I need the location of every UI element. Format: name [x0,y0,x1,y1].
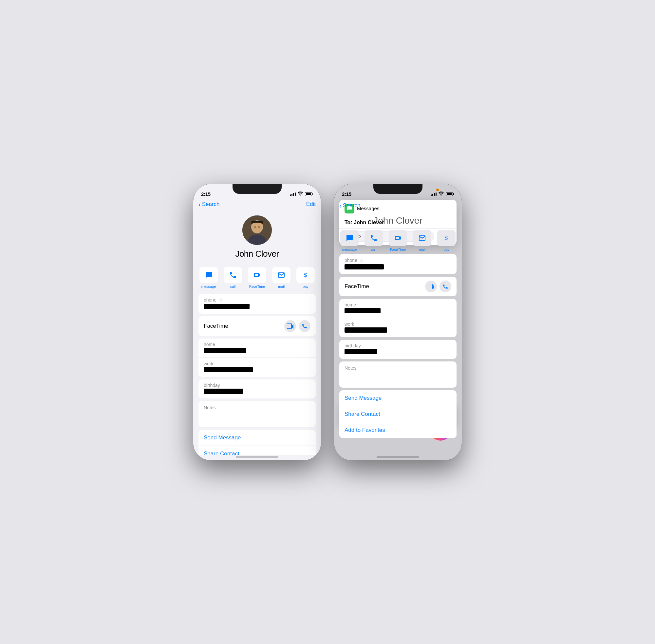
signal-icon-left [290,192,296,196]
notch [232,184,281,194]
nav-bar-right: ‹ Search [334,201,462,211]
work-label-left: work [204,361,311,366]
status-icons-left [290,191,313,197]
notes-label-left: Notes [204,405,311,410]
birthday-section-right: birthday [339,340,456,359]
birthday-value-left [204,389,243,394]
home-value-right [344,308,381,313]
star-icon-left: ☆ [219,297,223,303]
share-contact-link-left[interactable]: Share Contact [199,446,316,455]
work-row-right[interactable]: work [339,318,456,337]
svg-point-5 [254,226,256,228]
right-phone-screen: 2:15 [334,184,462,460]
facetime-icons-right [425,281,451,292]
time-right: 2:15 [342,191,352,197]
mail-btn-right[interactable]: mail [412,230,432,251]
facetime-video-btn-left[interactable] [284,320,296,332]
phone-value-right [344,264,384,270]
birthday-row-right[interactable]: birthday [339,340,456,359]
pay-btn-left[interactable]: $ pay [295,267,316,289]
pay-label-left: pay [302,284,309,289]
phone-section-right: phone ☆ [339,254,456,274]
back-label-left: Search [202,201,220,208]
phone-row-left[interactable]: phone ☆ [199,294,316,314]
home-label-left: home [204,342,311,347]
action-buttons-right: message call FaceTime mail [334,230,462,254]
status-icons-right [431,191,454,197]
mail-icon-right [413,230,431,246]
back-button-left[interactable]: ‹ Search [199,201,220,208]
facetime-icon-right [389,230,407,246]
message-icon-left [200,267,218,283]
facetime-section-left: FaceTime [199,316,316,336]
call-icon-right [364,230,383,246]
work-row-left[interactable]: work [199,358,316,377]
birthday-value-right [344,349,377,354]
home-value-left [204,348,246,353]
phone-value-left [204,304,250,309]
home-row-right[interactable]: home [339,299,456,318]
contact-name-right-bg: John Clover [334,211,462,230]
facetime-audio-btn-right[interactable] [439,281,451,292]
call-label-left: call [230,284,236,289]
send-message-link-left[interactable]: Send Message [199,430,316,446]
facetime-label-left: FaceTime [249,284,265,289]
call-btn-left[interactable]: call [223,267,243,289]
facetime-btn-right[interactable]: FaceTime [388,230,408,251]
left-phone-screen: 2:15 ‹ Search [193,184,321,460]
work-label-right: work [344,322,451,327]
home-label-right: home [344,302,451,307]
status-bar-right: 2:15 [334,184,462,200]
left-phone: 2:15 ‹ Search [193,184,321,460]
svg-point-6 [258,226,260,228]
facetime-label-right: FaceTime [390,248,406,251]
add-favorites-link-right[interactable]: Add to Favorites [339,422,456,438]
edit-button-left[interactable]: Edit [306,201,316,208]
message-icon-right [340,230,359,246]
facetime-btn-left[interactable]: FaceTime [247,267,267,289]
facetime-row-right: FaceTime [339,277,456,296]
message-btn-right[interactable]: message [339,230,360,251]
contact-content-left: John Clover message call [193,210,321,455]
pay-icon-right: $ [437,230,455,246]
facetime-icons-left [284,320,311,332]
back-button-right[interactable]: ‹ Search [339,202,361,209]
action-buttons-left: message call FaceTime [193,267,321,294]
chevron-left-icon-right: ‹ [339,202,342,209]
mail-label-left: mail [278,284,285,289]
message-label-right: message [342,248,357,251]
star-icon-right: ☆ [359,257,364,263]
call-icon-left [224,267,242,283]
facetime-video-btn-right[interactable] [425,281,437,292]
svg-text:$: $ [445,235,448,241]
svg-text:$: $ [303,272,307,278]
facetime-audio-btn-left[interactable] [299,320,311,332]
time-left: 2:15 [201,191,210,197]
work-value-right [344,327,387,332]
facetime-icon-left [248,267,266,283]
mail-btn-left[interactable]: mail [271,267,292,289]
share-contact-link-right[interactable]: Share Contact [339,406,456,422]
facetime-text-right: FaceTime [344,283,369,290]
home-row-left[interactable]: home [199,339,316,358]
birthday-section-left: birthday [199,380,316,398]
message-btn-left[interactable]: message [199,267,219,289]
pay-btn-right[interactable]: $ pay [436,230,456,251]
chevron-left-icon: ‹ [199,201,201,208]
facetime-text-left: FaceTime [204,323,228,329]
birthday-label-right: birthday [344,343,451,348]
phone-section-left: phone ☆ [199,294,316,314]
signal-icon-right [431,192,436,196]
battery-icon-left [305,192,313,196]
mail-icon-left [272,267,291,283]
birthday-row-left[interactable]: birthday [199,380,316,398]
pay-label-right: pay [444,248,449,251]
right-phone: 2:15 [334,184,462,460]
call-btn-right[interactable]: call [363,230,384,251]
links-section-right: Send Message Share Contact Add to Favori… [339,390,456,438]
send-message-link-right[interactable]: Send Message [339,390,456,406]
birthday-label-left: birthday [204,383,311,388]
phone-row-right[interactable]: phone ☆ [339,254,456,274]
battery-icon-right [446,192,454,196]
phone-label-left: phone ☆ [204,297,311,303]
